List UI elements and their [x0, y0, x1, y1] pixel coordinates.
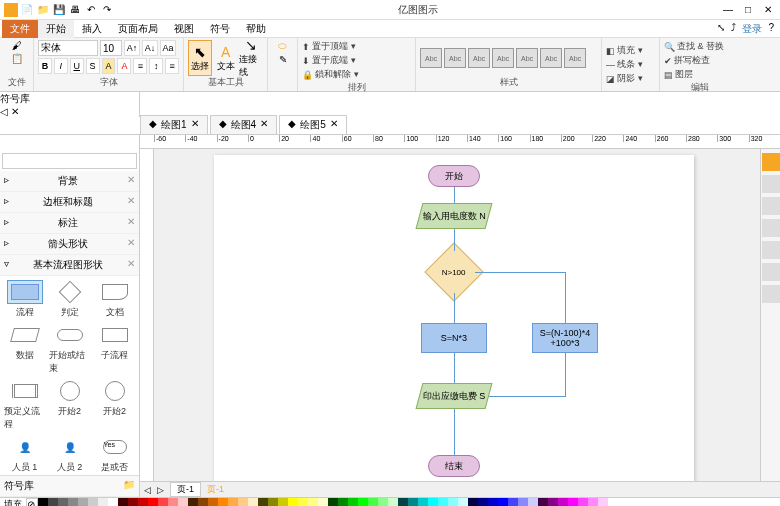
color-swatch[interactable] — [558, 498, 568, 506]
menu-tab[interactable]: 页面布局 — [110, 20, 166, 38]
category-item[interactable]: ▹标注✕ — [0, 213, 139, 234]
clear-format-icon[interactable]: Aa — [160, 40, 176, 56]
color-swatch[interactable] — [168, 498, 178, 506]
color-swatch[interactable] — [428, 498, 438, 506]
shape-data[interactable]: 数据 — [4, 323, 45, 375]
theme-tool-icon[interactable] — [762, 153, 780, 171]
shape-person1[interactable]: 👤人员 1 — [4, 435, 45, 474]
canvas[interactable]: 开始 输入用电度数 N N>100 S=N*3 S=(N-100)*4 +100… — [154, 149, 760, 481]
doc-tab[interactable]: ◆绘图4✕ — [210, 115, 278, 134]
color-swatch[interactable] — [368, 498, 378, 506]
page-nav-icon[interactable]: ◁ — [144, 485, 151, 495]
page-tab[interactable]: 页-1 — [170, 482, 201, 497]
color-swatch[interactable] — [58, 498, 68, 506]
style-item[interactable]: Abc — [516, 48, 538, 68]
underline-icon[interactable]: U — [70, 58, 84, 74]
color-swatch[interactable] — [518, 498, 528, 506]
doc-tab[interactable]: ◆绘图5✕ — [279, 115, 347, 134]
align-icon[interactable]: ≡ — [165, 58, 179, 74]
color-swatch[interactable] — [278, 498, 288, 506]
color-swatch[interactable] — [268, 498, 278, 506]
italic-icon[interactable]: I — [54, 58, 68, 74]
maximize-icon[interactable]: □ — [742, 4, 754, 15]
strike-icon[interactable]: S — [86, 58, 100, 74]
style-item[interactable]: Abc — [564, 48, 586, 68]
color-swatch[interactable] — [98, 498, 108, 506]
color-swatch[interactable] — [598, 498, 608, 506]
category-item[interactable]: ▹背景✕ — [0, 171, 139, 192]
color-swatch[interactable] — [248, 498, 258, 506]
shape-start2[interactable]: 开始2 — [49, 379, 90, 431]
color-swatch[interactable] — [218, 498, 228, 506]
shape-document[interactable]: 文档 — [94, 280, 135, 319]
color-swatch[interactable] — [568, 498, 578, 506]
paste-icon[interactable]: 📋 — [11, 53, 23, 64]
print-icon[interactable]: 🖶 — [68, 3, 82, 17]
color-swatch[interactable] — [528, 498, 538, 506]
bring-front[interactable]: ⬆置于顶端 ▾ — [302, 40, 411, 53]
spell-check[interactable]: ✔拼写检查 — [664, 54, 724, 67]
color-swatch[interactable] — [508, 498, 518, 506]
color-swatch[interactable] — [198, 498, 208, 506]
font-size-input[interactable] — [100, 40, 122, 56]
open-icon[interactable]: 📁 — [36, 3, 50, 17]
find-replace[interactable]: 🔍查找 & 替换 — [664, 40, 724, 53]
shape-tool-icon[interactable]: ⬭ — [278, 40, 287, 52]
help-icon[interactable]: ? — [768, 22, 774, 36]
login-link[interactable]: 登录 — [742, 22, 762, 36]
color-swatch[interactable] — [258, 498, 268, 506]
color-swatch[interactable] — [348, 498, 358, 506]
color-swatch[interactable] — [208, 498, 218, 506]
shadow-menu[interactable]: ◪阴影 ▾ — [606, 72, 643, 85]
color-swatch[interactable] — [398, 498, 408, 506]
color-swatch[interactable] — [108, 498, 118, 506]
font-color-icon[interactable]: A — [117, 58, 131, 74]
node-end[interactable]: 结束 — [428, 455, 480, 477]
color-swatch[interactable] — [578, 498, 588, 506]
select-tool[interactable]: ⬉选择 — [188, 40, 212, 76]
connector-tool[interactable]: ↘连接线 — [239, 40, 263, 76]
node-process1[interactable]: S=N*3 — [421, 323, 487, 353]
tool-icon[interactable] — [762, 263, 780, 281]
color-swatch[interactable] — [408, 498, 418, 506]
color-swatch[interactable] — [298, 498, 308, 506]
color-swatch[interactable] — [188, 498, 198, 506]
paintbrush-icon[interactable]: 🖌 — [12, 40, 22, 51]
bullets-icon[interactable]: ≡ — [133, 58, 147, 74]
decrease-font-icon[interactable]: A↓ — [142, 40, 158, 56]
color-swatch[interactable] — [438, 498, 448, 506]
color-swatch[interactable] — [458, 498, 468, 506]
send-back[interactable]: ⬇置于底端 ▾ — [302, 54, 411, 67]
layers[interactable]: ▤图层 — [664, 68, 724, 81]
node-process2[interactable]: S=(N-100)*4 +100*3 — [532, 323, 598, 353]
color-swatch[interactable] — [338, 498, 348, 506]
highlight-icon[interactable]: A — [102, 58, 116, 74]
category-item[interactable]: ▹边框和标题✕ — [0, 192, 139, 213]
line-spacing-icon[interactable]: ↕ — [149, 58, 163, 74]
category-item[interactable]: ▹箭头形状✕ — [0, 234, 139, 255]
color-swatch[interactable] — [238, 498, 248, 506]
tool-icon[interactable] — [762, 175, 780, 193]
color-swatch[interactable] — [378, 498, 388, 506]
page-nav-icon[interactable]: ▷ — [157, 485, 164, 495]
color-swatch[interactable] — [308, 498, 318, 506]
color-swatch[interactable] — [158, 498, 168, 506]
color-swatch[interactable] — [588, 498, 598, 506]
color-swatch[interactable] — [68, 498, 78, 506]
sidebar-collapse-icon[interactable]: ◁ ✕ — [0, 106, 139, 117]
shape-yesno[interactable]: Yes是或否 — [94, 435, 135, 474]
color-swatch[interactable] — [448, 498, 458, 506]
tool-icon[interactable] — [762, 241, 780, 259]
text-tool[interactable]: A文本 — [214, 40, 238, 76]
color-swatch[interactable] — [468, 498, 478, 506]
style-item[interactable]: Abc — [540, 48, 562, 68]
style-item[interactable]: Abc — [444, 48, 466, 68]
color-swatch[interactable] — [128, 498, 138, 506]
menu-tab[interactable]: 开始 — [38, 20, 74, 38]
new-icon[interactable]: 📄 — [20, 3, 34, 17]
color-swatch[interactable] — [118, 498, 128, 506]
shape-start2b[interactable]: 开始2 — [94, 379, 135, 431]
shape-subprocess[interactable]: 子流程 — [94, 323, 135, 375]
color-swatch[interactable] — [548, 498, 558, 506]
page-tab[interactable]: 页-1 — [207, 483, 224, 496]
